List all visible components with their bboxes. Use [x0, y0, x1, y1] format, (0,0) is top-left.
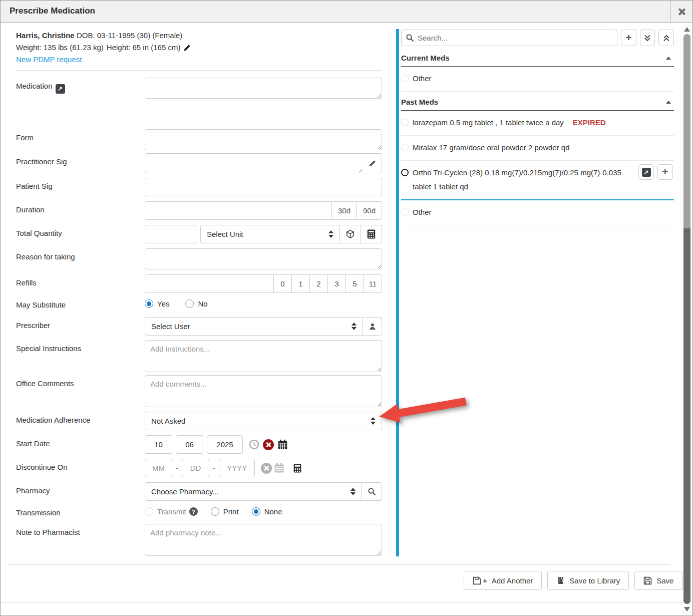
expand-all-button[interactable] [640, 30, 655, 46]
discontinue-month-input[interactable] [145, 459, 172, 477]
substitute-no-radio[interactable] [185, 299, 194, 308]
scrollbar-thumb[interactable] [683, 34, 690, 604]
refills-input[interactable] [150, 275, 268, 292]
footer-buttons: + Add Another Save to Library Save [464, 571, 682, 590]
may-substitute-label: May Substitute [16, 299, 145, 309]
duration-30d-button[interactable]: 30d [332, 201, 357, 220]
transmit-help-icon[interactable]: ? [189, 507, 198, 516]
edit-vitals-pencil-icon[interactable] [183, 44, 191, 52]
special-instructions-input[interactable] [145, 340, 382, 372]
duration-90d-button[interactable]: 90d [357, 201, 382, 220]
med-radio[interactable] [401, 208, 409, 216]
add-another-button[interactable]: + Add Another [464, 571, 542, 590]
scroll-down-arrow[interactable] [684, 607, 690, 611]
discontinue-day-input[interactable] [182, 459, 209, 477]
refills-1-button[interactable]: 1 [292, 274, 310, 293]
transmit-radio[interactable] [145, 507, 153, 516]
office-comments-input[interactable] [145, 375, 382, 407]
patient-name: Harris, Christine [16, 31, 75, 40]
med-radio[interactable] [401, 144, 409, 151]
scroll-up-arrow[interactable] [684, 27, 690, 32]
substitute-no-label[interactable]: No [198, 299, 207, 308]
none-label[interactable]: None [264, 507, 282, 516]
patient-height: Height: 65 in (165 cm) [107, 42, 181, 54]
practitioner-sig-input[interactable] [145, 154, 363, 173]
med-radio[interactable] [401, 119, 409, 126]
med-radio[interactable] [401, 75, 409, 82]
med-detail-button[interactable]: ↗ [638, 164, 654, 180]
practitioner-sig-edit-button[interactable] [363, 153, 382, 173]
past-meds-header[interactable]: Past Meds [401, 95, 674, 111]
refills-2-button[interactable]: 2 [310, 274, 328, 293]
duration-calculator-icon[interactable] [293, 464, 301, 473]
med-radio-selected[interactable] [401, 169, 409, 176]
pharmacy-search-button[interactable] [362, 482, 382, 501]
total-quantity-input[interactable] [145, 225, 196, 243]
substitute-yes-label[interactable]: Yes [157, 299, 169, 308]
duration-input[interactable] [150, 202, 326, 219]
calculator-icon [367, 229, 376, 239]
quantity-calculator-button[interactable] [361, 225, 382, 243]
meds-search-input[interactable] [401, 30, 617, 46]
collapse-all-button[interactable] [658, 30, 674, 46]
current-meds-other-item[interactable]: Other [401, 67, 674, 92]
refills-0-button[interactable]: 0 [274, 274, 292, 293]
medication-adherence-value: Not Asked [151, 417, 371, 425]
print-label[interactable]: Print [223, 507, 239, 516]
close-button[interactable] [670, 1, 692, 23]
medication-external-link-icon[interactable]: ↗ [56, 84, 65, 94]
prescriber-user-button[interactable] [363, 317, 382, 336]
print-radio[interactable] [211, 507, 219, 516]
scrollbar[interactable] [682, 24, 692, 615]
footer-separator [8, 564, 670, 565]
medication-input[interactable] [145, 78, 382, 99]
office-comments-label: Office Comments [16, 375, 145, 388]
refills-3-button[interactable]: 3 [328, 274, 346, 293]
discontinue-year-input[interactable] [219, 459, 255, 477]
close-icon [678, 8, 685, 16]
add-med-button[interactable]: + [621, 30, 636, 46]
med-add-button[interactable]: + [657, 164, 673, 180]
calendar-disabled-icon[interactable] [274, 463, 284, 473]
past-med-item-ortho-selected[interactable]: Ortho Tri-Cyclen (28) 0.18 mg(7)/0.215mg… [401, 161, 674, 200]
clear-discontinue-date-button[interactable] [261, 463, 272, 474]
past-med-item-lorazepam[interactable]: lorazepam 0.5 mg tablet , 1 tablet twice… [401, 111, 674, 136]
prescriber-label: Prescriber [16, 317, 145, 330]
save-button[interactable]: Save [634, 571, 682, 590]
package-lookup-button[interactable] [340, 225, 361, 243]
transmit-label[interactable]: Transmit [157, 507, 186, 516]
new-pdmp-request-link[interactable]: New PDMP request [16, 54, 82, 66]
prescriber-select[interactable]: Select User [145, 317, 363, 336]
past-med-item-miralax[interactable]: Miralax 17 gram/dose oral powder 2 powde… [401, 136, 674, 161]
start-date-day-input[interactable] [176, 435, 203, 454]
med-item-text: Ortho Tri-Cyclen (28) 0.18 mg(7)/0.215mg… [413, 166, 674, 194]
user-icon [369, 323, 377, 331]
external-link-icon: ↗ [642, 168, 651, 177]
modal-header: Prescribe Medication [1, 1, 692, 23]
none-radio[interactable] [252, 507, 260, 516]
annotation-arrow [378, 392, 468, 426]
x-icon [266, 442, 271, 447]
pharmacy-note-input[interactable] [145, 524, 382, 556]
reason-for-taking-input[interactable] [145, 248, 382, 269]
substitute-yes-radio[interactable] [145, 299, 153, 308]
refills-5-button[interactable]: 5 [346, 274, 364, 293]
arrow-shaft [397, 398, 467, 418]
form-input[interactable] [145, 129, 382, 150]
start-date-month-input[interactable] [145, 435, 172, 454]
patient-sig-input[interactable] [145, 178, 382, 196]
start-date-year-input[interactable] [207, 435, 243, 454]
refills-11-button[interactable]: 11 [364, 274, 382, 293]
current-meds-header[interactable]: Current Meds [401, 51, 674, 67]
pharmacy-select[interactable]: Choose Pharmacy... [145, 482, 362, 501]
prescriber-select-value: Select User [151, 322, 352, 331]
clear-start-date-button[interactable] [263, 439, 274, 450]
double-chevron-up-icon [662, 34, 670, 42]
past-meds-other-item[interactable]: Other [401, 200, 674, 225]
medication-adherence-select[interactable]: Not Asked [145, 412, 382, 430]
save-to-library-button[interactable]: Save to Library [547, 571, 629, 590]
expired-badge: EXPIRED [573, 118, 606, 127]
calendar-icon[interactable] [277, 439, 288, 450]
unit-select[interactable]: Select Unit [200, 225, 340, 243]
clock-icon[interactable] [249, 439, 259, 450]
